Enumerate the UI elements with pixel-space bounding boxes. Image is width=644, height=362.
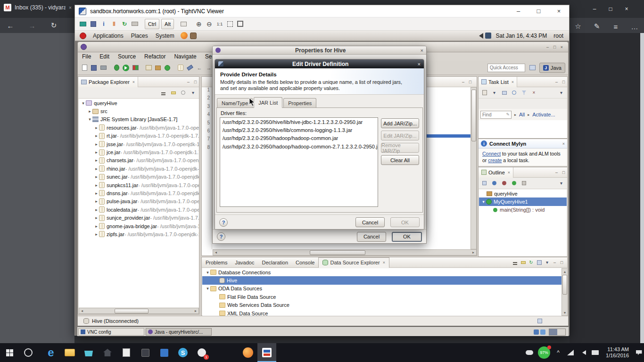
tree-row[interactable]: ▸localedata.jar - /usr/lib/jvm/java-1.7.… (79, 206, 199, 214)
tab-task-list[interactable]: Task List × (479, 77, 517, 87)
notification-area-icon[interactable] (485, 33, 491, 39)
package-explorer-maximize-icon[interactable]: □ (192, 79, 199, 85)
twistie-icon[interactable]: ▸ (94, 183, 99, 188)
tab-outline[interactable]: Outline × (479, 167, 513, 178)
menu-system[interactable]: System (152, 31, 178, 41)
twistie-icon[interactable]: ▸ (94, 150, 99, 155)
hide-static-icon[interactable] (500, 179, 508, 187)
vnc-maximize-icon[interactable]: □ (528, 5, 549, 17)
mylyn-connect-link[interactable]: Connect (482, 151, 501, 156)
keyboard-icon[interactable] (130, 19, 140, 29)
hide-local-icon[interactable] (520, 179, 528, 187)
tree-row[interactable]: ▾ODA Data Sources (202, 285, 562, 293)
taskbar-file-explorer-icon[interactable] (60, 343, 79, 362)
last-edit-icon[interactable]: ← (195, 63, 204, 73)
taskbar-notification-app-icon[interactable]: 1 (192, 343, 211, 362)
twistie-icon[interactable]: ▸ (94, 166, 99, 171)
tree-row[interactable]: ▸src (79, 107, 199, 115)
browser-scrollbar[interactable] (640, 33, 644, 343)
refresh-session-icon[interactable]: ↻ (119, 19, 130, 29)
dse-collapse-all-icon[interactable] (511, 258, 519, 266)
tree-row[interactable]: queryHive (479, 189, 567, 197)
scrollbar-thumb[interactable] (471, 90, 476, 141)
jar-list-item[interactable]: /usr/hdp/2.3.2.0-2950/hive/lib/commons-l… (220, 126, 378, 134)
start-button[interactable] (0, 343, 19, 362)
properties-dialog-close-icon[interactable]: × (421, 48, 423, 53)
tree-row[interactable]: ▸rt.jar - /usr/lib/jvm/java-1.7.0-openjd… (79, 132, 199, 140)
coverage-icon[interactable] (131, 63, 140, 73)
taskbar-edge-icon[interactable]: e (41, 343, 60, 362)
workspace-switcher[interactable] (549, 329, 566, 336)
scrollbar-thumb[interactable] (562, 275, 567, 295)
tray-show-hidden-icon[interactable]: ^ (552, 343, 564, 362)
browser-more-icon[interactable]: … (629, 21, 640, 32)
jar-list-item[interactable]: /usr/hdp/2.3.2.0-2950/hadoop/hadoop-comm… (220, 142, 378, 150)
task-list-minimize-icon[interactable]: – (553, 79, 560, 85)
save-icon[interactable] (89, 63, 99, 73)
tray-onedrive-icon[interactable] (523, 343, 536, 362)
taskbar-item-vnc-config[interactable]: VNC config (78, 328, 144, 336)
twistie-icon[interactable]: ▸ (94, 224, 99, 229)
browser-close-icon[interactable]: × (619, 3, 635, 15)
driver-help-button[interactable]: ? (219, 218, 228, 227)
tree-row[interactable]: ▸jce.jar - /usr/lib/jvm/java-1.7.0-openj… (79, 148, 199, 156)
scrollbar-thumb[interactable] (115, 309, 149, 313)
outline-close-icon[interactable]: × (508, 170, 510, 175)
tab-console[interactable]: Console (292, 257, 318, 268)
tab-declaration[interactable]: Declaration (258, 257, 292, 268)
clear-filter-icon[interactable]: × (530, 89, 538, 97)
tree-row[interactable]: ▾queryHive (79, 99, 199, 107)
driver-dialog-titlebar[interactable]: Edit Driver Definition × (215, 59, 424, 68)
twistie-icon[interactable]: ▸ (94, 232, 99, 237)
editor-minimize-icon[interactable]: – (460, 79, 467, 85)
remove-jar-button[interactable]: Remove JAR/Zip (381, 143, 419, 153)
twistie-icon[interactable]: ▸ (94, 215, 99, 220)
twistie-icon[interactable]: ▾ (87, 117, 92, 122)
twistie-icon[interactable]: ▸ (94, 125, 99, 130)
new-connection-icon[interactable] (78, 19, 88, 29)
dse-menu-icon[interactable]: ▾ (543, 258, 551, 266)
task-view-menu-icon[interactable]: ▾ (557, 89, 565, 97)
vnc-close-icon[interactable]: × (549, 5, 569, 17)
menu-refactor[interactable]: Refactor (140, 52, 170, 61)
jar-list-item[interactable]: /usr/hdp/2.3.2.0-2950/hive/lib/hive-jdbc… (220, 118, 378, 126)
browser-back-icon[interactable]: ← (5, 20, 16, 31)
eclipse-minimize-icon[interactable]: – (544, 44, 551, 50)
eclipse-maximize-icon[interactable]: □ (551, 44, 558, 50)
panel-user[interactable]: root (553, 33, 563, 39)
menu-file[interactable]: File (78, 52, 95, 61)
tab-data-source-explorer[interactable]: Data Source Explorer × (318, 257, 389, 268)
taskbar-media-app-icon[interactable] (98, 343, 117, 362)
twistie-icon[interactable]: ▸ (87, 109, 92, 114)
filter-completed-icon[interactable] (520, 89, 528, 97)
save-session-icon[interactable] (88, 19, 99, 29)
tree-row-selected[interactable]: ▾MyQueryHive1 (479, 197, 567, 206)
open-perspective-icon[interactable] (528, 63, 537, 73)
pause-icon[interactable]: ‖ (109, 19, 119, 29)
debug-icon[interactable] (112, 63, 121, 73)
new-task-menu-icon[interactable]: ▾ (490, 89, 498, 97)
hide-fields-icon[interactable] (490, 179, 498, 187)
scrollbar-thumb[interactable] (310, 250, 365, 255)
tray-keyboard-icon[interactable] (589, 343, 601, 362)
browser-forward-icon[interactable]: → (26, 20, 38, 31)
connection-info-icon[interactable]: i (99, 19, 109, 29)
run-icon[interactable] (121, 63, 131, 73)
distro-menu-icon[interactable] (80, 33, 86, 39)
taskbar-clock[interactable]: 11:43 AM 1/16/2016 (606, 346, 629, 359)
browser-tab[interactable]: M Inbox (335) - vidyaran × (4, 4, 72, 11)
twistie-icon[interactable]: ▸ (94, 199, 99, 204)
taskbar-vnc-icon[interactable] (257, 343, 276, 362)
collapse-all-icon[interactable] (159, 89, 167, 97)
scroll-down-icon[interactable]: ▾ (562, 310, 568, 315)
find-input[interactable] (482, 112, 503, 117)
workspace-2[interactable] (557, 329, 565, 335)
focus-workweek-icon[interactable] (510, 89, 518, 97)
taskbar-visual-studio-icon[interactable] (155, 343, 173, 362)
status-progress-icon[interactable] (536, 317, 544, 325)
tab-close-icon[interactable]: × (69, 5, 72, 10)
view-menu-icon[interactable]: ▾ (189, 89, 197, 97)
tree-row[interactable]: ▸resources.jar - /usr/lib/jvm/java-1.7.0… (79, 123, 199, 132)
panel-applet-icon[interactable] (534, 329, 539, 335)
taskbar-firefox-icon[interactable] (239, 343, 257, 362)
